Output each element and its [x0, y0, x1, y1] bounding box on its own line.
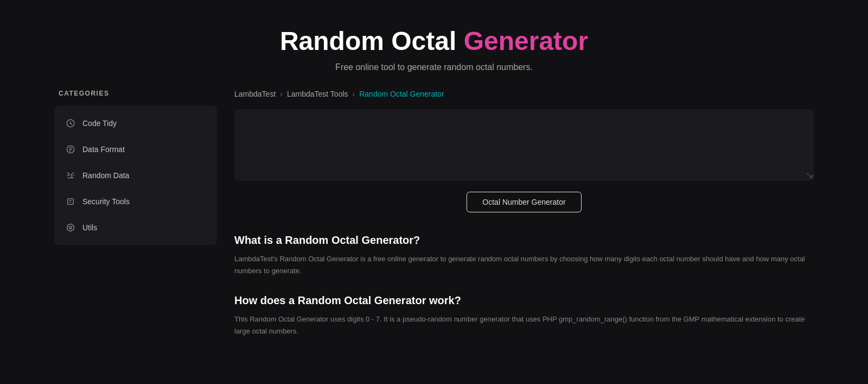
info-section-what-title: What is a Random Octal Generator?: [234, 234, 814, 247]
title-plain: Random Octal: [280, 27, 456, 55]
svg-marker-3: [67, 224, 74, 231]
sidebar-item-data-format[interactable]: Data Format: [54, 136, 217, 162]
breadcrumb-lambdatest[interactable]: LambdaTest: [234, 90, 276, 98]
sidebar-item-label: Data Format: [82, 145, 125, 154]
info-section-what-body: LambdaTest's Random Octal Generator is a…: [234, 253, 814, 277]
page-title: Random Octal Generator: [11, 26, 857, 56]
main-layout: CATEGORIES Code Tidy Data Format: [0, 90, 868, 355]
data-format-icon: [65, 144, 76, 155]
page-header: Random Octal Generator Free online tool …: [0, 0, 868, 90]
title-accent: Generator: [464, 27, 588, 55]
sidebar-item-code-tidy[interactable]: Code Tidy: [54, 110, 217, 136]
info-section-how: How does a Random Octal Generator work? …: [234, 294, 814, 337]
info-section-how-title: How does a Random Octal Generator work?: [234, 294, 814, 307]
sidebar-item-random-data[interactable]: Random Data: [54, 162, 217, 188]
info-section-what: What is a Random Octal Generator? Lambda…: [234, 234, 814, 277]
button-row: Octal Number Generator: [234, 192, 814, 212]
svg-point-4: [69, 226, 72, 229]
content-area: LambdaTest › LambdaTest Tools › Random O…: [234, 90, 814, 355]
breadcrumb-current: Random Octal Generator: [359, 90, 444, 98]
code-tidy-icon: [65, 118, 76, 129]
sidebar: CATEGORIES Code Tidy Data Format: [54, 90, 217, 355]
utils-icon: [65, 222, 76, 233]
generate-button[interactable]: Octal Number Generator: [467, 192, 581, 212]
breadcrumb-sep-2: ›: [353, 90, 355, 98]
breadcrumb: LambdaTest › LambdaTest Tools › Random O…: [234, 90, 814, 98]
octal-output-textarea[interactable]: [234, 109, 814, 179]
security-tools-icon: [65, 196, 76, 207]
random-data-icon: [65, 170, 76, 181]
sidebar-item-label: Security Tools: [82, 197, 130, 206]
sidebar-item-label: Code Tidy: [82, 119, 117, 128]
sidebar-categories-label: CATEGORIES: [54, 90, 217, 97]
sidebar-item-utils[interactable]: Utils: [54, 215, 217, 241]
generator-box: ⤡: [234, 109, 814, 181]
breadcrumb-sep-1: ›: [280, 90, 283, 98]
breadcrumb-lambdatest-tools[interactable]: LambdaTest Tools: [287, 90, 348, 98]
sidebar-item-label: Random Data: [82, 171, 129, 180]
sidebar-item-label: Utils: [82, 223, 97, 232]
page-subtitle: Free online tool to generate random octa…: [11, 62, 857, 72]
sidebar-item-security-tools[interactable]: Security Tools: [54, 188, 217, 215]
sidebar-menu: Code Tidy Data Format Random Data: [54, 106, 217, 245]
info-section-how-body: This Random Octal Generator uses digits …: [234, 313, 814, 337]
svg-rect-2: [68, 199, 74, 205]
